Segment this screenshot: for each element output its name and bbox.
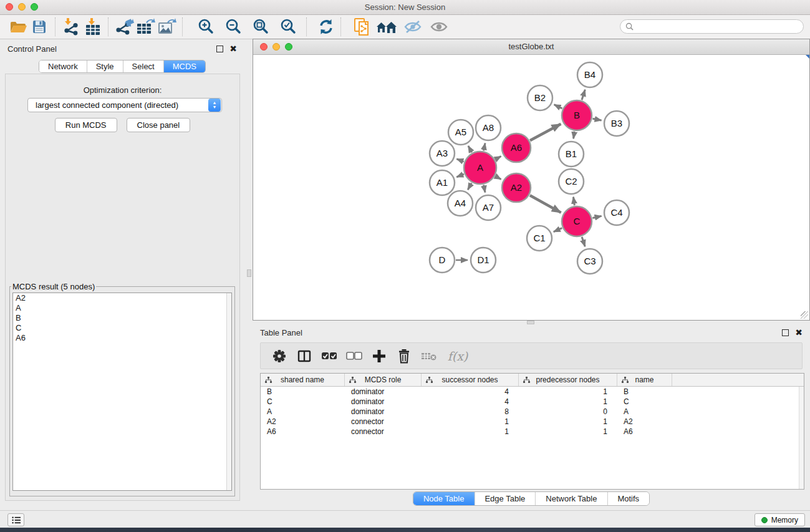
- table-cell[interactable]: A: [261, 407, 345, 417]
- float-panel-icon[interactable]: [216, 46, 223, 52]
- graph-node-A2[interactable]: A2: [502, 173, 531, 202]
- zoom-out-button[interactable]: [223, 17, 244, 37]
- houses-button[interactable]: [376, 17, 397, 37]
- column-header-shared-name[interactable]: shared name: [261, 374, 345, 386]
- table-cell[interactable]: connector: [345, 417, 422, 427]
- minimize-window-button[interactable]: [18, 3, 26, 11]
- table-cell[interactable]: 0: [519, 407, 617, 417]
- graph-edge-B-B2[interactable]: [554, 105, 562, 109]
- table-row[interactable]: A2connector11A2: [261, 417, 804, 427]
- graph-node-B3[interactable]: B3: [604, 111, 629, 136]
- table-cell[interactable]: 4: [422, 397, 519, 407]
- graph-node-A4[interactable]: A4: [448, 191, 473, 216]
- column-header-predecessor-nodes[interactable]: predecessor nodes: [519, 374, 617, 386]
- table-cell[interactable]: 8: [422, 407, 519, 417]
- show-hidden-button[interactable]: [428, 17, 450, 37]
- table-row[interactable]: Adominator80A: [261, 407, 804, 417]
- graph-node-B4[interactable]: B4: [577, 62, 602, 87]
- table-row[interactable]: Cdominator41C: [261, 397, 804, 407]
- horizontal-split-handle[interactable]: [247, 269, 251, 277]
- maximize-window-button[interactable]: [31, 3, 38, 11]
- graph-edge-A-A4[interactable]: [468, 183, 471, 190]
- select-all-button[interactable]: [318, 346, 340, 366]
- tab-motifs[interactable]: Motifs: [607, 492, 649, 506]
- column-visibility-button[interactable]: [293, 346, 316, 366]
- table-row[interactable]: Bdominator41B: [261, 387, 804, 397]
- hide-selected-button[interactable]: [402, 17, 423, 37]
- tab-mcds[interactable]: MCDS: [164, 60, 205, 72]
- table-cell[interactable]: dominator: [345, 397, 422, 407]
- graph-node-A8[interactable]: A8: [476, 115, 501, 140]
- graph-edge-A-A8[interactable]: [484, 143, 485, 150]
- network-canvas[interactable]: AA1A2A3A4A5A6A7A8BB1B2B3B4CC1C2C3C4DD1: [253, 55, 809, 320]
- graph-edge-C-C2[interactable]: [573, 197, 574, 205]
- result-item[interactable]: A6: [13, 333, 231, 343]
- node-table[interactable]: shared nameMCDS rolesuccessor nodesprede…: [260, 373, 804, 490]
- table-cell[interactable]: 1: [519, 427, 617, 437]
- table-cell[interactable]: 1: [519, 397, 617, 407]
- graph-edge-C-C1[interactable]: [554, 228, 562, 232]
- table-cell[interactable]: A6: [617, 427, 672, 437]
- new-network-from-selection-button[interactable]: [351, 17, 372, 37]
- close-table-panel-icon[interactable]: ✖: [795, 329, 803, 336]
- graph-edge-A2-C[interactable]: [530, 195, 561, 213]
- float-table-panel-icon[interactable]: [782, 329, 789, 336]
- result-item[interactable]: C: [13, 323, 231, 333]
- graph-node-B2[interactable]: B2: [528, 85, 552, 110]
- table-cell[interactable]: 1: [519, 387, 617, 397]
- network-graph[interactable]: AA1A2A3A4A5A6A7A8BB1B2B3B4CC1C2C3C4DD1: [253, 55, 809, 320]
- graph-edge-A6-B[interactable]: [530, 124, 561, 140]
- column-header-name[interactable]: name: [617, 374, 672, 386]
- zoom-selected-button[interactable]: [277, 17, 299, 37]
- memory-button[interactable]: Memory: [755, 513, 805, 526]
- tab-network[interactable]: Network: [39, 60, 87, 72]
- close-window-button[interactable]: [6, 3, 13, 11]
- table-cell[interactable]: 4: [422, 387, 519, 397]
- close-panel-icon[interactable]: ✖: [229, 46, 237, 52]
- tab-node-table[interactable]: Node Table: [413, 492, 475, 506]
- minimize-network-button[interactable]: [272, 43, 280, 51]
- graph-node-D1[interactable]: D1: [471, 248, 496, 273]
- window-controls[interactable]: [6, 3, 38, 11]
- graph-edge-B-B4[interactable]: [582, 90, 585, 100]
- table-cell[interactable]: A6: [261, 427, 345, 437]
- table-cell[interactable]: 1: [422, 427, 519, 437]
- tab-edge-table[interactable]: Edge Table: [475, 492, 536, 506]
- graph-node-A1[interactable]: A1: [430, 170, 455, 195]
- tab-network-table[interactable]: Network Table: [536, 492, 607, 506]
- search-box[interactable]: [620, 19, 804, 34]
- table-cell[interactable]: dominator: [345, 387, 422, 397]
- graph-node-C3[interactable]: C3: [577, 249, 602, 274]
- graph-edge-A-A3[interactable]: [456, 159, 463, 162]
- graph-edge-C-C4[interactable]: [592, 216, 601, 218]
- deselect-all-button[interactable]: [343, 346, 365, 366]
- task-history-button[interactable]: [7, 513, 24, 526]
- optimization-criterion-select[interactable]: largest connected component (directed) ▲…: [27, 98, 222, 112]
- import-network-button[interactable]: [60, 17, 82, 37]
- delete-column-button[interactable]: [393, 346, 415, 366]
- graph-node-A7[interactable]: A7: [476, 195, 501, 220]
- import-table-button[interactable]: [82, 17, 103, 37]
- zoom-fit-button[interactable]: [250, 17, 271, 37]
- maximize-network-button[interactable]: [285, 43, 292, 51]
- mcds-result-list[interactable]: A2ABCA6: [12, 293, 232, 491]
- graph-node-C[interactable]: C: [562, 206, 592, 236]
- graph-node-A[interactable]: A: [464, 152, 496, 184]
- table-cell[interactable]: 1: [519, 417, 617, 427]
- table-cell[interactable]: dominator: [345, 407, 422, 417]
- graph-node-B[interactable]: B: [562, 100, 592, 130]
- save-session-button[interactable]: [29, 17, 50, 37]
- table-cell[interactable]: A2: [261, 417, 345, 427]
- export-network-button[interactable]: [113, 17, 135, 37]
- graph-node-A3[interactable]: A3: [430, 141, 455, 166]
- table-cell[interactable]: 1: [422, 417, 519, 427]
- table-body[interactable]: Bdominator41BCdominator41CAdominator80AA…: [261, 387, 804, 437]
- refresh-view-button[interactable]: [316, 17, 337, 37]
- graph-edge-A-A5[interactable]: [468, 146, 472, 152]
- network-window-controls[interactable]: [260, 43, 292, 51]
- table-cell[interactable]: B: [261, 387, 345, 397]
- table-cell[interactable]: connector: [345, 427, 422, 437]
- table-cell[interactable]: A2: [617, 417, 672, 427]
- export-table-button[interactable]: [135, 17, 156, 37]
- resize-grip-icon[interactable]: [801, 311, 808, 319]
